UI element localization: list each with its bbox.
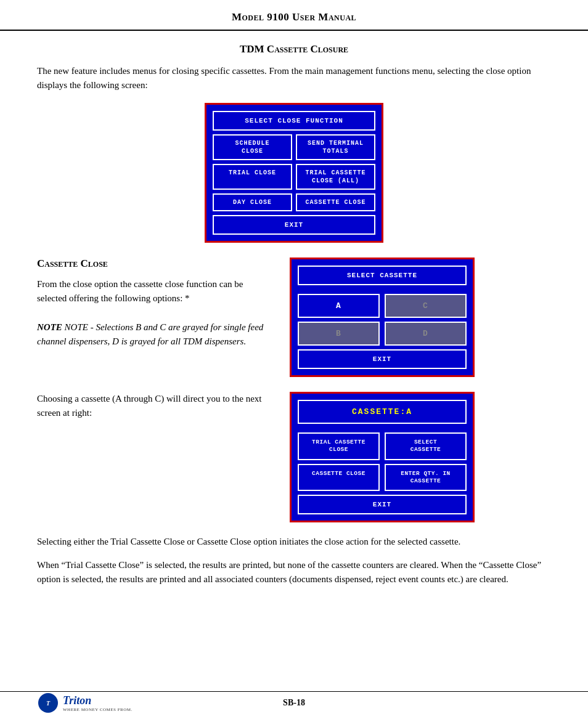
logo-text-block: Triton WHERE MONEY COMES FROM. [63, 694, 133, 712]
cassette-section: Cassette Close From the close option the… [37, 258, 551, 377]
cassette-note: NOTE NOTE - Selections B and C are graye… [37, 322, 263, 346]
enter-qty-btn[interactable]: ENTER QTY. INCASSETTE [385, 464, 467, 492]
page: Model 9100 User Manual TDM Cassette Clos… [0, 0, 588, 714]
select-cassette-title: SELECT CASSETTE [298, 266, 467, 285]
note-text: NOTE - Selections B and C are grayed for… [37, 322, 263, 346]
screen1-row1: SCHEDULECLOSE SEND TERMINALTOTALS [213, 134, 375, 160]
screen2-row1: A C [298, 294, 467, 318]
logo-name: Triton [63, 694, 91, 707]
screen1-container: SELECT CLOSE FUNCTION SCHEDULECLOSE SEND… [37, 103, 551, 243]
footer: T Triton WHERE MONEY COMES FROM. SB-18 [0, 691, 588, 714]
cassette-close-btn2[interactable]: CASSETTE CLOSE [298, 464, 380, 492]
screen2-row2: B D [298, 322, 467, 346]
select-cassette-btn[interactable]: SELECTCASSETTE [385, 432, 467, 460]
screen1: SELECT CLOSE FUNCTION SCHEDULECLOSE SEND… [205, 103, 383, 243]
main-content: TDM Cassette Closure The new feature inc… [0, 31, 588, 691]
triton-logo-icon: T [37, 692, 59, 714]
screen3-text: Choosing a cassette (A through C) will d… [37, 392, 271, 421]
trial-cassette-close-btn[interactable]: TRIAL CASSETTECLOSE [298, 432, 380, 460]
screen3: CASSETTE:A TRIAL CASSETTECLOSE SELECTCAS… [290, 392, 475, 522]
cassette-c-btn[interactable]: C [385, 294, 467, 318]
screen2-exit-btn[interactable]: EXIT [298, 349, 467, 369]
note-bold: NOTE [37, 322, 62, 332]
cassette-text: Cassette Close From the close option the… [37, 258, 271, 349]
page-header: Model 9100 User Manual [0, 0, 588, 31]
trial-cassette-close-all-btn[interactable]: TRIAL CASSETTECLOSE (ALL) [296, 164, 375, 190]
page-title: Model 9100 User Manual [232, 11, 356, 23]
section1-title: TDM Cassette Closure [37, 43, 551, 55]
cassette-b-btn[interactable]: B [298, 322, 380, 346]
screen1-exit-btn[interactable]: EXIT [213, 215, 375, 235]
intro-text: The new feature includes menus for closi… [37, 64, 551, 92]
screen1-row2: TRIAL CLOSE TRIAL CASSETTECLOSE (ALL) [213, 164, 375, 190]
day-close-btn[interactable]: DAY CLOSE [213, 193, 292, 211]
bottom-text1: Selecting either the Trial Cassette Clos… [37, 535, 551, 549]
bottom-text2: When “Trial Cassette Close” is selected,… [37, 558, 551, 587]
screen2: SELECT CASSETTE A C B D EXIT [290, 258, 475, 377]
cassette-body-text: From the close option the cassette close… [37, 277, 271, 349]
cassette-text1: From the close option the cassette close… [37, 279, 243, 303]
cassette-a-title: CASSETTE:A [298, 400, 467, 424]
logo-tagline: WHERE MONEY COMES FROM. [63, 707, 133, 712]
screen1-row3: DAY CLOSE CASSETTE CLOSE [213, 193, 375, 211]
logo-area: T Triton WHERE MONEY COMES FROM. [37, 692, 133, 714]
send-terminal-totals-btn[interactable]: SEND TERMINALTOTALS [296, 134, 375, 160]
screen3-exit-btn[interactable]: EXIT [298, 495, 467, 514]
schedule-close-btn[interactable]: SCHEDULECLOSE [213, 134, 292, 160]
svg-text:T: T [46, 700, 51, 707]
trial-close-btn[interactable]: TRIAL CLOSE [213, 164, 292, 190]
screen3-row2: CASSETTE CLOSE ENTER QTY. INCASSETTE [298, 464, 467, 492]
select-close-function-title: SELECT CLOSE FUNCTION [213, 111, 375, 131]
cassette-a-btn[interactable]: A [298, 294, 380, 318]
cassette-close-btn[interactable]: CASSETTE CLOSE [296, 193, 375, 211]
page-number: SB-18 [283, 698, 305, 708]
cassette-d-btn[interactable]: D [385, 322, 467, 346]
cassette-subtitle: Cassette Close [37, 258, 271, 270]
screen3-section: Choosing a cassette (A through C) will d… [37, 392, 551, 522]
screen3-row1: TRIAL CASSETTECLOSE SELECTCASSETTE [298, 432, 467, 460]
